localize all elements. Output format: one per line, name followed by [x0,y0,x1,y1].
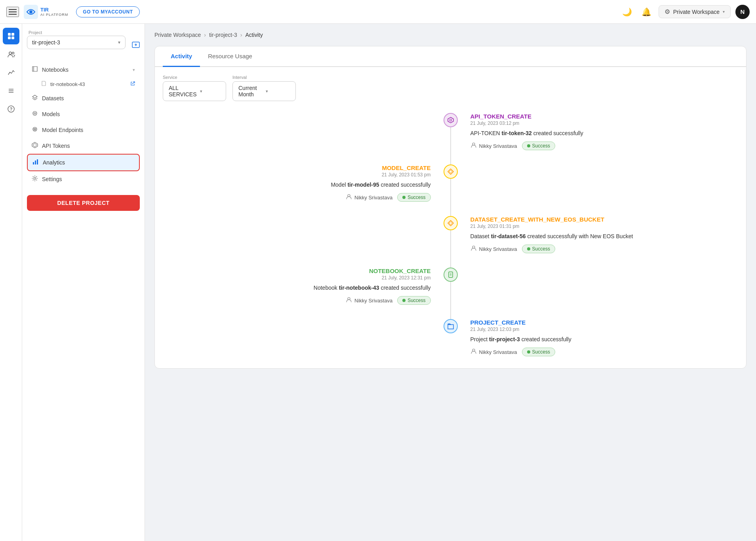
breadcrumb-workspace[interactable]: Private Workspace [154,32,201,38]
tab-resource-usage[interactable]: Resource Usage [200,46,260,67]
status-text-dataset: Success [532,246,550,252]
svg-point-22 [34,113,36,114]
timeline-event-api-token-create: API_TOKEN_CREATE 21 July, 2023 03:12 pm … [171,113,730,150]
sidebar-item-datasets[interactable]: Datasets [27,90,140,106]
project-selector[interactable]: tir-project-3 ▾ [27,36,126,49]
status-badge-project: Success [522,348,555,356]
event-title-dataset: DATASET_CREATE_WITH_NEW_EOS_BUCKET [470,216,731,223]
sidebar-item-analytics[interactable]: Analytics [27,154,140,171]
status-text-notebook: Success [408,298,425,303]
timeline-center-1 [443,113,459,150]
svg-rect-2 [8,33,11,36]
user-icon-model [346,193,352,201]
event-user-dataset: Nikky Srivastava [470,245,517,253]
breadcrumb: Private Workspace › tir-project-3 › Acti… [154,32,746,38]
project-add-button[interactable] [132,41,140,51]
interval-filter-select[interactable]: Current Month ▾ [232,81,296,101]
svg-line-19 [32,98,35,100]
sidebar-item-settings[interactable]: Settings [27,171,140,187]
svg-rect-28 [33,162,34,164]
dark-mode-toggle[interactable]: 🌙 [620,5,634,19]
user-avatar[interactable]: N [735,5,750,19]
delete-project-button[interactable]: DELETE PROJECT [27,195,140,211]
model-endpoints-icon [32,126,38,134]
timeline-line-3 [450,230,451,268]
event-desc-api: API-TOKEN tir-token-32 created successfu… [470,129,731,138]
tabs: Activity Resource Usage [155,46,746,67]
svg-rect-29 [35,161,36,164]
timeline-dot-notebook [444,268,458,282]
breadcrumb-project[interactable]: tir-project-3 [209,32,237,38]
api-tokens-label: API Tokens [42,143,135,149]
sidebar-item-notebooks[interactable]: Notebooks ▾ [27,62,140,78]
rail-item-home[interactable] [3,28,19,44]
svg-point-21 [33,111,37,115]
tab-activity[interactable]: Activity [163,46,200,67]
logo: TIR AI PLATFORM [24,5,68,19]
breadcrumb-sep-2: › [240,32,242,38]
svg-marker-18 [32,95,37,98]
svg-line-17 [132,82,135,84]
interval-filter-label: Interval [232,75,296,80]
sidebar-item-api-tokens[interactable]: API Tokens [27,138,140,154]
sidebar: Project tir-project-3 ▾ [22,24,145,541]
event-title-project: PROJECT_CREATE [470,319,731,326]
app-layout: ? Project tir-project-3 ▾ [0,24,756,541]
svg-rect-5 [11,36,14,39]
datasets-icon [32,94,38,102]
svg-rect-42 [449,272,453,277]
rail-item-help[interactable]: ? [3,101,19,117]
project-name: tir-project-3 [32,39,60,46]
svg-point-6 [9,52,11,54]
rail-item-pipeline[interactable] [3,82,19,99]
sidebar-item-model-endpoints[interactable]: Model Endpoints [27,122,140,138]
service-filter-select[interactable]: ALL SERVICES ▾ [163,81,226,101]
analytics-icon [32,159,39,166]
svg-marker-26 [32,142,38,148]
interval-filter-chevron-icon: ▾ [266,89,290,94]
event-title-model: MODEL_CREATE [171,164,431,171]
models-label: Models [42,111,135,117]
timeline-line-4 [450,282,451,319]
user-name-dataset: Nikky Srivastava [479,246,517,252]
analytics-label: Analytics [43,159,134,166]
event-meta-model: Nikky Srivastava Success [171,193,431,202]
notifications-button[interactable]: 🔔 [639,5,654,19]
workspace-label: Private Workspace [673,9,720,15]
event-meta-api: Nikky Srivastava Success [470,141,731,150]
event-meta-notebook: Nikky Srivastava Success [171,296,431,305]
service-filter-label: Service [163,75,226,80]
svg-marker-38 [448,220,453,226]
timeline-dot-api [444,113,458,127]
user-icon-notebook [346,296,352,304]
interval-filter-value: Current Month [238,85,263,97]
models-icon [32,110,38,118]
event-user-api: Nikky Srivastava [470,142,517,150]
status-text-project: Success [532,349,550,355]
interval-filter-group: Interval Current Month ▾ [232,75,296,101]
status-badge-model: Success [397,193,430,202]
logo-subtitle: AI PLATFORM [40,13,68,17]
top-nav: TIR AI PLATFORM GO TO MYACCOUNT 🌙 🔔 ⚙ Pr… [0,0,756,24]
event-meta-project: Nikky Srivastava Success [470,348,731,356]
event-desc-project: Project tir-project-3 created successful… [470,335,731,344]
external-link-icon[interactable] [130,81,135,87]
sidebar-subitem-notebook[interactable]: tir-notebook-43 [27,78,140,90]
myaccount-button[interactable]: GO TO MYACCOUNT [76,6,139,17]
rail-item-users[interactable] [3,46,19,63]
workspace-icon: ⚙ [665,8,670,15]
user-icon-project [470,348,477,356]
timeline-center-4 [443,268,459,305]
workspace-selector[interactable]: ⚙ Private Workspace ▾ [659,5,731,18]
sidebar-item-models[interactable]: Models [27,106,140,122]
status-badge-notebook: Success [397,296,430,305]
hamburger-menu[interactable] [6,7,19,17]
user-name-project: Nikky Srivastava [479,349,517,355]
logo-name: TIR [40,7,68,13]
timeline-center-5 [443,319,459,356]
rail-item-analytics[interactable] [3,64,19,81]
settings-icon [32,175,38,183]
user-icon-api [470,142,477,150]
event-desc-notebook: Notebook tir-notebook-43 created success… [171,284,431,292]
timeline-dot-dataset [444,216,458,230]
